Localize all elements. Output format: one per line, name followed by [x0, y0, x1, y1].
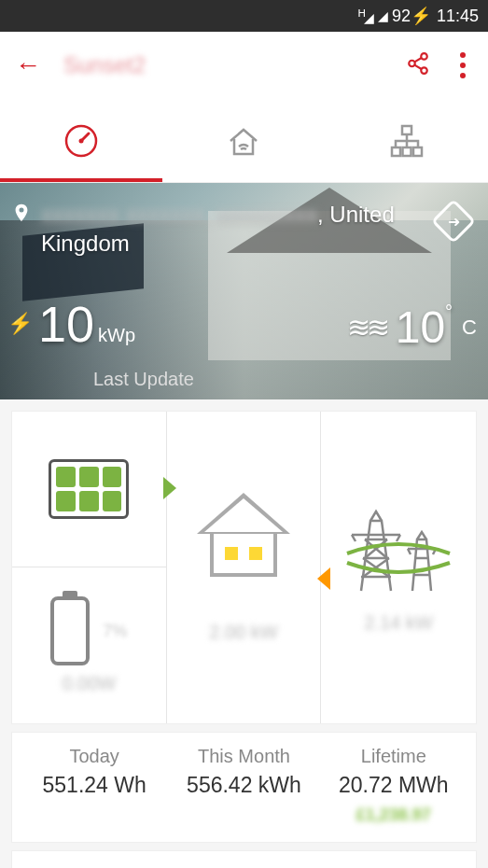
next-card[interactable] — [11, 850, 477, 868]
svg-point-1 — [409, 61, 415, 67]
location-text: xxxxxxx xxxxxxx, xxxxxxxxx, United Kingd… — [41, 200, 428, 258]
stat-month-label: This Month — [198, 746, 290, 767]
temperature-value: 10° — [396, 301, 453, 353]
sitemap-icon — [388, 122, 425, 160]
tab-layout[interactable] — [326, 99, 488, 182]
stat-lifetime-value: 20.72 MWh — [339, 773, 449, 798]
flow-arrow-right-icon — [163, 477, 176, 499]
battery-percent-value: 7% — [103, 622, 127, 641]
weather: ≋≋ 10° C — [347, 301, 477, 353]
tab-home[interactable] — [162, 99, 325, 182]
fog-icon: ≋≋ — [347, 311, 386, 343]
stat-lifetime-savings: £1,238.97 — [356, 805, 431, 825]
tab-dashboard[interactable] — [0, 99, 162, 182]
solar-value: 0.00W — [62, 673, 116, 694]
location-pin-icon — [11, 200, 32, 226]
bolt-icon: ⚡ — [7, 312, 33, 336]
last-update-label: Last Update — [93, 369, 194, 390]
house-icon — [197, 493, 290, 577]
grid-cell: 2.14 kW — [321, 412, 476, 723]
house-cell: 2.00 kW — [167, 412, 322, 723]
stat-today-value: 551.24 Wh — [43, 773, 146, 798]
overflow-menu-button[interactable] — [453, 49, 473, 82]
solar-cell — [12, 412, 166, 567]
tab-bar — [0, 99, 488, 183]
battery-icon — [50, 596, 90, 665]
grid-pylon-icon — [342, 502, 454, 605]
android-status-bar: H◢ ◢ 92⚡ 11:45 — [0, 0, 488, 32]
svg-point-2 — [421, 67, 427, 74]
system-power: ⚡ 10 kWp — [7, 295, 135, 353]
page-title: Sunset2 — [63, 52, 383, 78]
grid-value: 2.14 kW — [364, 612, 432, 634]
svg-line-3 — [414, 58, 421, 62]
app-bar: ← Sunset2 — [0, 32, 488, 99]
stat-today-label: Today — [69, 746, 119, 767]
stat-month: This Month 556.42 kWh — [169, 746, 318, 825]
home-wifi-icon — [225, 122, 262, 160]
temperature-unit: C — [462, 315, 477, 340]
energy-flow-card[interactable]: 7% 0.00W 2.00 kW 2.14 kW — [11, 411, 477, 724]
stat-lifetime-label: Lifetime — [361, 746, 426, 767]
svg-rect-9 — [392, 147, 400, 156]
share-button[interactable] — [406, 51, 430, 79]
directions-button[interactable]: ➜ — [431, 199, 476, 244]
production-stats-card[interactable]: Today 551.24 Wh This Month 556.42 kWh Li… — [11, 732, 477, 843]
battery-cell: 7% 0.00W — [12, 567, 166, 723]
svg-rect-11 — [413, 147, 422, 156]
svg-point-0 — [421, 53, 427, 60]
svg-rect-10 — [402, 147, 411, 156]
solar-panel-icon — [49, 459, 129, 519]
power-value: 10 — [38, 295, 94, 353]
back-button[interactable]: ← — [15, 50, 41, 80]
signal-icon: ◢ — [378, 8, 386, 23]
site-hero: xxxxxxx xxxxxxx, xxxxxxxxx, United Kingd… — [0, 183, 488, 399]
status-time: 11:45 — [437, 7, 479, 26]
stat-today: Today 551.24 Wh — [20, 746, 169, 825]
house-value: 2.00 kW — [209, 622, 277, 643]
svg-line-4 — [414, 65, 421, 69]
battery-percent: 92⚡ — [392, 6, 431, 26]
svg-rect-8 — [402, 126, 411, 134]
gauge-icon — [63, 122, 100, 160]
flow-arrow-left-icon — [317, 567, 330, 590]
stat-month-value: 556.42 kWh — [187, 773, 301, 798]
power-unit: kWp — [98, 325, 135, 346]
signal-h-icon: H◢ — [358, 7, 372, 25]
svg-point-7 — [79, 138, 84, 143]
stat-lifetime: Lifetime 20.72 MWh £1,238.97 — [319, 746, 468, 825]
